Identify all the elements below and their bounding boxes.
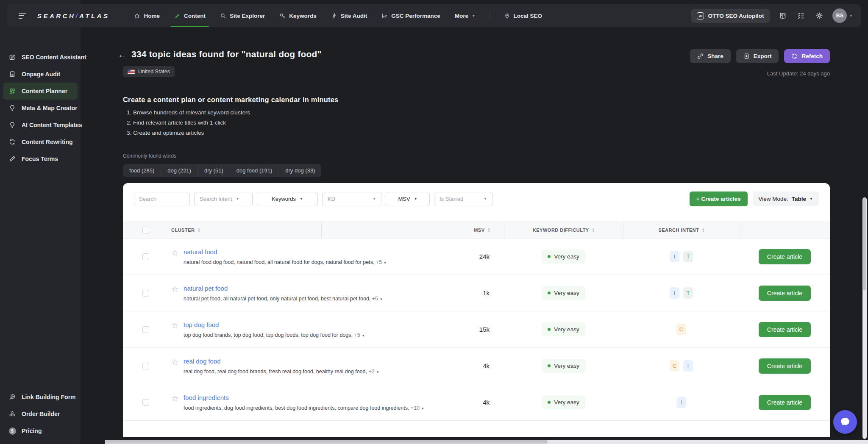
- keywords-filter[interactable]: Keywords ▼: [257, 192, 318, 206]
- sidebar-footer: Link Building Form Order Builder $ Prici…: [0, 388, 81, 439]
- row-checkbox[interactable]: [142, 363, 149, 369]
- refresh-icon: [791, 53, 798, 59]
- cluster-link[interactable]: food ingredients: [184, 394, 229, 401]
- vertical-scrollbar[interactable]: [862, 197, 867, 439]
- nav-item-keywords[interactable]: Keywords: [279, 4, 317, 27]
- column-header-msv[interactable]: MSV ▲▼: [321, 222, 504, 238]
- nav-item-site-explorer[interactable]: Site Explorer: [220, 4, 265, 27]
- table-row: ☆ food ingredients food ingredients, dog…: [123, 384, 830, 421]
- sidebar-item-label: Content Planner: [22, 88, 67, 94]
- view-mode-select[interactable]: View Mode: Table ▼: [753, 191, 819, 206]
- create-article-button[interactable]: Create article: [759, 249, 811, 264]
- share-button[interactable]: Share: [690, 49, 731, 63]
- intent-badge-informational: I: [670, 287, 679, 299]
- intro-steps: Browse hundreds of relevant keyword clus…: [123, 109, 830, 136]
- difficulty-dot-icon: [548, 401, 551, 404]
- scrollbar-thumb[interactable]: [863, 198, 866, 290]
- create-articles-button[interactable]: + Create articles: [690, 191, 748, 206]
- gear-icon: [815, 11, 823, 20]
- cluster-link[interactable]: real dog food: [184, 358, 221, 365]
- sidebar-item-label: Focus Terms: [22, 155, 58, 162]
- scrollbar-thumb[interactable]: [105, 440, 548, 444]
- export-button[interactable]: Export: [736, 49, 779, 63]
- is-starred-filter[interactable]: Is Starred ▼: [434, 192, 492, 206]
- sidebar-item-content-rewriting[interactable]: Content Rewriting: [3, 133, 78, 150]
- cluster-link[interactable]: natural pet food: [184, 285, 228, 292]
- nav-item-local-seo[interactable]: Local SEO: [504, 4, 542, 27]
- page-header-left: ← 334 topic ideas found for "natural dog…: [123, 49, 322, 77]
- ai-chip-icon: AI: [697, 12, 704, 19]
- refetch-button[interactable]: Refetch: [784, 49, 830, 63]
- sidebar-item-pricing[interactable]: $ Pricing: [3, 422, 78, 439]
- topics-card: Search intent ▼ Keywords ▼ KD ▼ MSV ▼ Is…: [123, 183, 830, 437]
- sidebar-item-ai-content-templates[interactable]: AI Content Templates: [3, 117, 78, 133]
- key-icon: [279, 13, 286, 19]
- nav-item-site-audit[interactable]: Site Audit: [331, 4, 367, 27]
- sidebar-item-seo-content-assistant[interactable]: SEO Content Assistant: [3, 49, 78, 66]
- nav-item-home[interactable]: Home: [134, 4, 160, 27]
- row-checkbox[interactable]: [142, 326, 149, 333]
- msv-filter[interactable]: MSV ▼: [386, 192, 430, 206]
- intent-badge-transactional: T: [683, 287, 693, 299]
- star-icon[interactable]: ☆: [171, 394, 178, 402]
- intent-badge-transactional: T: [683, 251, 693, 262]
- create-article-button[interactable]: Create article: [759, 322, 811, 337]
- star-icon[interactable]: ☆: [171, 285, 178, 293]
- account-menu[interactable]: BS ▾: [832, 8, 852, 23]
- sidebar-item-order-builder[interactable]: Order Builder: [3, 405, 78, 422]
- row-checkbox[interactable]: [142, 253, 149, 260]
- horizontal-scrollbar[interactable]: [105, 440, 868, 444]
- difficulty-badge: Very easy: [542, 322, 585, 336]
- chat-fab[interactable]: [833, 410, 857, 434]
- cluster-link[interactable]: top dog food: [184, 321, 219, 328]
- cluster-link[interactable]: natural food: [184, 248, 217, 255]
- view-mode-value: Table: [792, 196, 806, 202]
- country-chip[interactable]: United States: [123, 66, 175, 77]
- create-article-button[interactable]: Create article: [759, 286, 811, 301]
- sidebar-item-onpage-audit[interactable]: Onpage Audit: [3, 66, 78, 83]
- menu-toggle-icon[interactable]: [19, 13, 27, 19]
- star-icon[interactable]: ☆: [171, 249, 178, 257]
- difficulty-dot-icon: [548, 328, 551, 331]
- otto-seo-autopilot-button[interactable]: AI OTTO SEO Autopilot: [691, 9, 770, 23]
- kd-filter[interactable]: KD ▼: [322, 192, 381, 206]
- word-chip[interactable]: dog (221): [161, 164, 198, 177]
- column-header-search-intent[interactable]: SEARCH INTENT ▲▼: [623, 222, 740, 238]
- search-input[interactable]: [134, 192, 190, 206]
- star-icon[interactable]: ☆: [171, 322, 178, 330]
- row-checkbox[interactable]: [142, 399, 149, 406]
- sidebar-item-label: AI Content Templates: [22, 122, 82, 128]
- word-chip[interactable]: food (285): [123, 164, 161, 177]
- select-all-checkbox[interactable]: [142, 227, 149, 233]
- sidebar-item-focus-terms[interactable]: Focus Terms: [3, 150, 78, 167]
- settings-button[interactable]: [814, 11, 824, 21]
- column-header-cluster[interactable]: CLUSTER ▲▼: [161, 222, 321, 238]
- column-header-keyword-difficulty[interactable]: KEYWORD DIFFICULTY ▲▼: [504, 222, 623, 238]
- search-intent-filter[interactable]: Search intent ▼: [194, 192, 253, 206]
- msv-value: 24k: [321, 253, 504, 260]
- intent-badge-commercial: C: [670, 360, 679, 372]
- create-article-button[interactable]: Create article: [759, 395, 811, 410]
- tasks-button[interactable]: [796, 11, 806, 21]
- sidebar-item-link-building-form[interactable]: Link Building Form: [3, 388, 78, 405]
- chevron-down-icon: ▼: [376, 370, 379, 374]
- sidebar-item-content-planner[interactable]: Content Planner: [3, 83, 78, 100]
- brand-logo[interactable]: SEARCH/ATLAS: [37, 12, 109, 19]
- docs-button[interactable]: [778, 11, 788, 21]
- nav-item-content[interactable]: Content: [174, 4, 206, 27]
- sidebar-item-meta-map-creator[interactable]: Meta & Map Creator: [3, 100, 78, 117]
- word-chip[interactable]: dry dog (33): [279, 164, 321, 177]
- nav-item-gsc-performance[interactable]: GSC Performance: [381, 4, 440, 27]
- row-checkbox[interactable]: [142, 290, 149, 297]
- word-chip[interactable]: dry (51): [198, 164, 230, 177]
- star-icon[interactable]: ☆: [171, 358, 178, 366]
- chat-bubble-icon: [839, 416, 851, 428]
- create-article-button[interactable]: Create article: [759, 358, 811, 374]
- word-chip[interactable]: dog food (191): [230, 164, 279, 177]
- msv-value: 1k: [321, 289, 504, 297]
- topbar-right-cluster: AI OTTO SEO Autopilot BS ▾: [691, 8, 852, 23]
- back-button[interactable]: ←: [118, 50, 127, 59]
- nav-item-more[interactable]: More ▾: [455, 4, 475, 27]
- difficulty-badge: Very easy: [542, 286, 585, 300]
- sidebar-item-label: Meta & Map Creator: [22, 105, 77, 111]
